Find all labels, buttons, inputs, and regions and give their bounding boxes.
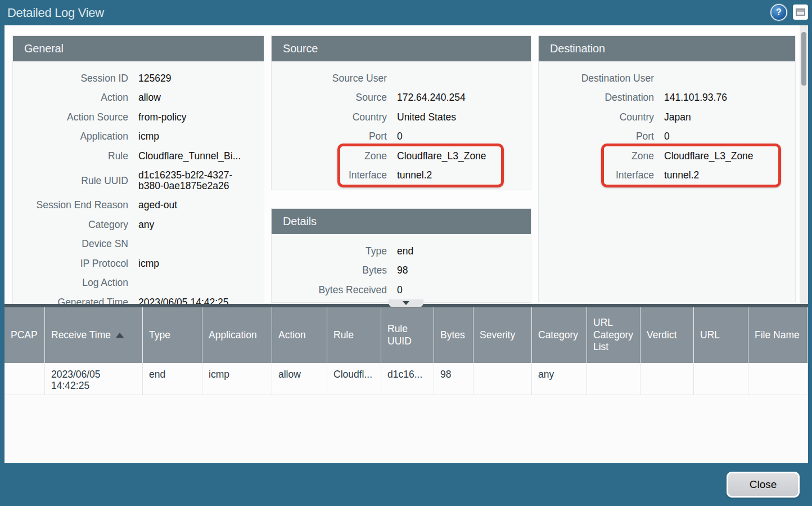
column-header-category[interactable]: Category: [532, 307, 587, 363]
window-glyph: [796, 8, 805, 16]
field-row-bytes-received: Bytes Received0: [272, 280, 531, 300]
column-header-url[interactable]: URL: [694, 307, 748, 363]
column-label: File Name: [755, 329, 800, 342]
collapse-pane-handle[interactable]: [389, 299, 423, 307]
panel-general-title: General: [13, 36, 264, 61]
field-row-interface: Interfacetunnel.2: [539, 166, 795, 186]
field-row-port: Port0: [539, 127, 795, 147]
column-label: Rule: [333, 329, 354, 342]
field-value-country: United States: [397, 112, 456, 123]
column-header-type[interactable]: Type: [143, 307, 202, 363]
column-label: Bytes: [440, 329, 465, 342]
field-value-session-end-reason: aged-out: [138, 200, 177, 211]
field-label-bytes: Bytes: [272, 265, 387, 276]
field-row-type: Typeend: [272, 241, 531, 261]
log-row[interactable]: 2023/06/05 14:42:25endicmpallowCloudfl..…: [4, 363, 808, 395]
column-header-file-name[interactable]: File Name: [748, 307, 808, 363]
field-label-bytes-received: Bytes Received: [272, 284, 387, 296]
cell-pcap: [4, 363, 45, 395]
field-label-port: Port: [539, 131, 654, 142]
field-value-zone: Cloudflare_L3_Zone: [664, 151, 754, 162]
field-row-generated-time: Generated Time2023/06/05 14:42:25: [13, 293, 264, 304]
column-header-severity[interactable]: Severity: [473, 307, 532, 363]
panel-general: General Session ID125629ActionallowActio…: [12, 35, 264, 304]
field-label-interface: Interface: [539, 169, 654, 181]
field-label-generated-time: Generated Time: [13, 297, 128, 304]
column-label: Application: [209, 329, 257, 342]
field-row-action: Actionallow: [13, 88, 264, 108]
field-label-interface: Interface: [272, 169, 387, 181]
vertical-scrollbar[interactable]: [800, 25, 808, 304]
column-header-url-category-list[interactable]: URL Category List: [587, 307, 640, 363]
field-label-rule-uuid: Rule UUID: [13, 175, 128, 187]
field-value-port: 0: [664, 131, 670, 142]
field-label-source: Source: [272, 92, 387, 104]
field-value-session-id: 125629: [138, 73, 171, 84]
close-button[interactable]: Close: [727, 472, 800, 498]
column-header-verdict[interactable]: Verdict: [640, 307, 694, 363]
cell-receive-time: 2023/06/05 14:42:25: [45, 363, 143, 395]
field-row-interface: Interfacetunnel.2: [272, 166, 531, 186]
cell-url-category-list: [587, 363, 640, 395]
column-label: PCAP: [11, 329, 38, 342]
field-label-session-end-reason: Session End Reason: [13, 199, 128, 211]
field-label-session-id: Session ID: [13, 73, 128, 84]
log-table-body: 2023/06/05 14:42:25endicmpallowCloudfl..…: [4, 363, 808, 395]
cell-rule: Cloudfl...: [327, 363, 381, 395]
field-label-rule: Rule: [13, 150, 128, 162]
field-value-action: allow: [138, 92, 161, 103]
field-label-action: Action: [13, 92, 128, 104]
field-row-destination-user: Destination User: [539, 69, 795, 88]
cell-type: end: [143, 363, 202, 395]
field-value-bytes-received: 0: [397, 285, 403, 295]
panel-source-title: Source: [272, 36, 531, 61]
field-value-bytes: 98: [397, 265, 408, 276]
column-header-application[interactable]: Application: [202, 307, 272, 363]
help-icon[interactable]: ?: [772, 5, 786, 20]
panel-general-body: Session ID125629ActionallowAction Source…: [13, 61, 264, 304]
field-value-application: icmp: [138, 131, 159, 142]
column-label: Type: [149, 329, 170, 342]
field-row-session-end-reason: Session End Reasonaged-out: [13, 196, 264, 216]
column-header-pcap[interactable]: PCAP: [4, 307, 45, 363]
column-header-bytes[interactable]: Bytes: [434, 307, 473, 363]
field-row-log-action: Log Action: [13, 274, 264, 293]
maximize-window-icon[interactable]: [793, 5, 808, 20]
field-label-destination-user: Destination User: [539, 73, 654, 84]
field-label-destination: Destination: [539, 92, 654, 104]
field-label-port: Port: [272, 131, 387, 142]
cell-action: allow: [272, 363, 327, 395]
field-value-type: end: [397, 246, 413, 257]
column-label: Category: [538, 329, 578, 342]
field-row-country: CountryUnited States: [272, 108, 531, 127]
field-label-zone: Zone: [539, 150, 654, 162]
field-value-rule: Cloudflare_Tunnel_Bi...: [138, 151, 241, 162]
field-row-source: Source172.64.240.254: [272, 88, 531, 108]
chevron-down-icon: [403, 301, 409, 305]
field-row-source-user: Source User: [272, 69, 531, 88]
panel-destination-body: Destination UserDestination141.101.93.76…: [539, 61, 795, 185]
field-row-rule: RuleCloudflare_Tunnel_Bi...: [13, 146, 264, 166]
field-row-zone: ZoneCloudflare_L3_Zone: [272, 146, 531, 166]
field-value-zone: Cloudflare_L3_Zone: [397, 151, 486, 162]
panel-destination: Destination Destination UserDestination1…: [538, 35, 796, 302]
column-header-rule-uuid[interactable]: Rule UUID: [381, 307, 434, 363]
field-value-rule-uuid: d1c16235-b2f2-4327-b380-0ae1875e2a26: [138, 170, 254, 192]
column-header-receive-time[interactable]: Receive Time: [45, 307, 143, 363]
titlebar: Detailed Log View ?: [0, 0, 812, 25]
field-row-session-id: Session ID125629: [13, 69, 264, 88]
field-value-country: Japan: [664, 112, 691, 123]
column-header-action[interactable]: Action: [272, 307, 327, 363]
field-value-category: any: [138, 220, 154, 230]
column-header-rule[interactable]: Rule: [327, 307, 381, 363]
panel-source-body: Source UserSource172.64.240.254CountryUn…: [272, 61, 531, 185]
field-row-rule-uuid: Rule UUIDd1c16235-b2f2-4327-b380-0ae1875…: [13, 166, 264, 196]
column-label: Severity: [480, 329, 515, 342]
field-label-application: Application: [13, 131, 128, 142]
scrollbar-thumb[interactable]: [801, 32, 806, 86]
field-label-country: Country: [272, 111, 387, 123]
panel-details-body: TypeendBytes98Bytes Received0: [272, 234, 531, 300]
log-table-header: PCAPReceive TimeTypeApplicationActionRul…: [4, 304, 808, 363]
column-label: Action: [278, 329, 306, 342]
cell-verdict: [640, 363, 694, 395]
